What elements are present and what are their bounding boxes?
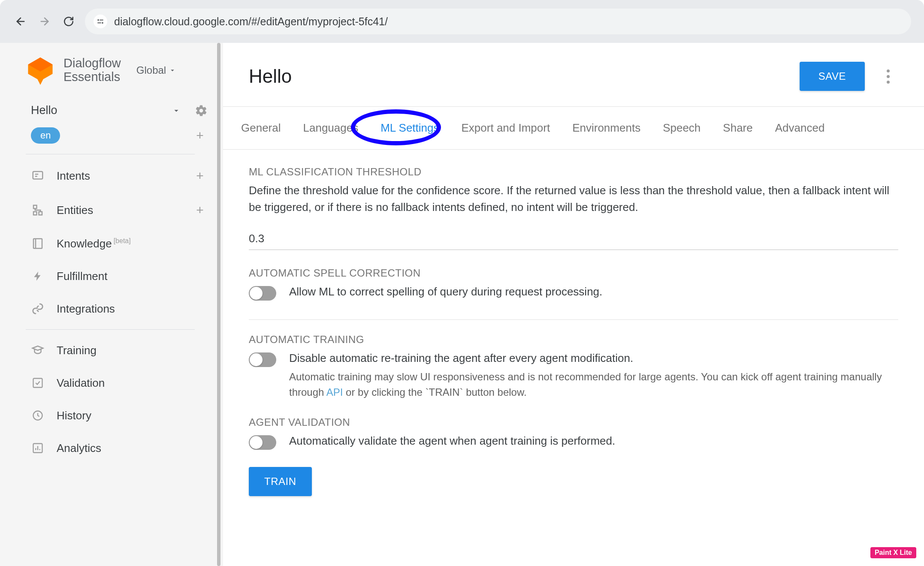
- language-badge[interactable]: en: [31, 127, 60, 144]
- browser-forward-button[interactable]: [37, 14, 52, 29]
- intents-icon: [31, 169, 45, 183]
- sidebar-item-knowledge[interactable]: Knowledge[beta]: [0, 227, 220, 260]
- tab-environments[interactable]: Environments: [571, 120, 641, 136]
- train-button[interactable]: TRAIN: [249, 467, 312, 496]
- api-link[interactable]: API: [326, 386, 343, 398]
- dialogflow-logo-icon: [26, 56, 55, 85]
- training-icon: [31, 343, 45, 357]
- threshold-section-desc: Define the threshold value for the confi…: [249, 182, 892, 216]
- watermark-badge: Paint X Lite: [870, 547, 916, 558]
- sidebar-item-history[interactable]: History: [0, 399, 220, 432]
- svg-rect-9: [39, 212, 42, 215]
- tab-general[interactable]: General: [240, 120, 282, 136]
- svg-rect-8: [33, 205, 37, 209]
- add-intent-button[interactable]: +: [192, 168, 208, 184]
- add-language-button[interactable]: +: [192, 128, 208, 143]
- validation-toggle-label: Automatically validate the agent when ag…: [289, 434, 615, 448]
- knowledge-icon: [31, 237, 45, 250]
- agent-validation-toggle[interactable]: [249, 435, 276, 450]
- training-toggle-label: Disable automatic re-training the agent …: [289, 352, 898, 365]
- add-entity-button[interactable]: +: [192, 202, 208, 218]
- svg-marker-6: [37, 79, 43, 85]
- svg-rect-7: [33, 172, 43, 179]
- svg-point-2: [102, 22, 103, 24]
- history-icon: [31, 409, 45, 422]
- chevron-down-icon: [169, 66, 176, 74]
- svg-point-0: [97, 19, 99, 21]
- tabs-bar: General Languages ML Settings Export and…: [223, 107, 924, 149]
- svg-rect-12: [33, 379, 42, 388]
- tab-speech[interactable]: Speech: [662, 120, 701, 136]
- sidebar-item-training[interactable]: Training: [0, 334, 220, 367]
- brand-block: Dialogflow Essentials Global: [0, 43, 220, 93]
- auto-training-toggle[interactable]: [249, 352, 276, 367]
- entities-icon: [31, 203, 45, 217]
- agent-dropdown-icon[interactable]: [172, 106, 181, 115]
- tab-ml-settings[interactable]: ML Settings: [380, 120, 440, 136]
- validation-icon: [31, 376, 45, 390]
- browser-back-button[interactable]: [13, 14, 28, 29]
- tab-export-import[interactable]: Export and Import: [461, 120, 551, 136]
- browser-toolbar: dialogflow.cloud.google.com/#/editAgent/…: [0, 0, 924, 43]
- url-text: dialogflow.cloud.google.com/#/editAgent/…: [114, 15, 388, 28]
- sidebar-item-intents[interactable]: Intents +: [0, 159, 220, 193]
- validation-section-title: AGENT VALIDATION: [249, 416, 898, 428]
- sidebar-item-integrations[interactable]: Integrations: [0, 292, 220, 325]
- agent-name[interactable]: Hello: [31, 104, 166, 117]
- svg-rect-10: [33, 212, 37, 215]
- tab-share[interactable]: Share: [722, 120, 753, 136]
- brand-title: Dialogflow: [63, 57, 121, 70]
- browser-reload-button[interactable]: [61, 14, 76, 29]
- brand-subtitle: Essentials: [63, 70, 121, 84]
- page-title: Hello: [249, 66, 800, 87]
- sidebar-item-entities[interactable]: Entities +: [0, 193, 220, 227]
- sidebar: Dialogflow Essentials Global Hello en +: [0, 43, 223, 566]
- spell-correction-toggle[interactable]: [249, 286, 276, 301]
- tab-languages[interactable]: Languages: [302, 120, 359, 136]
- svg-rect-1: [100, 20, 103, 21]
- fulfillment-icon: [31, 269, 45, 283]
- region-selector[interactable]: Global: [136, 64, 176, 76]
- spell-toggle-label: Allow ML to correct spelling of query du…: [289, 285, 602, 298]
- integrations-icon: [31, 302, 45, 316]
- training-section-title: AUTOMATIC TRAINING: [249, 334, 898, 346]
- agent-settings-gear-icon[interactable]: [195, 104, 208, 117]
- svg-rect-11: [33, 239, 42, 249]
- threshold-section-title: ML CLASSIFICATION THRESHOLD: [249, 166, 898, 178]
- sidebar-item-validation[interactable]: Validation: [0, 367, 220, 399]
- threshold-input[interactable]: [249, 224, 898, 250]
- sidebar-item-analytics[interactable]: Analytics: [0, 432, 220, 464]
- spell-section-title: AUTOMATIC SPELL CORRECTION: [249, 267, 898, 279]
- site-settings-icon[interactable]: [94, 15, 107, 28]
- more-menu-button[interactable]: [878, 66, 898, 87]
- tab-advanced[interactable]: Advanced: [774, 120, 826, 136]
- analytics-icon: [31, 441, 45, 455]
- save-button[interactable]: SAVE: [800, 62, 865, 91]
- main-content: Hello SAVE General Languages ML Settings…: [223, 43, 924, 566]
- sidebar-item-fulfillment[interactable]: Fulfillment: [0, 260, 220, 292]
- training-toggle-sublabel: Automatic training may slow UI responsiv…: [289, 369, 898, 400]
- address-bar[interactable]: dialogflow.cloud.google.com/#/editAgent/…: [85, 9, 911, 34]
- svg-rect-3: [97, 23, 101, 24]
